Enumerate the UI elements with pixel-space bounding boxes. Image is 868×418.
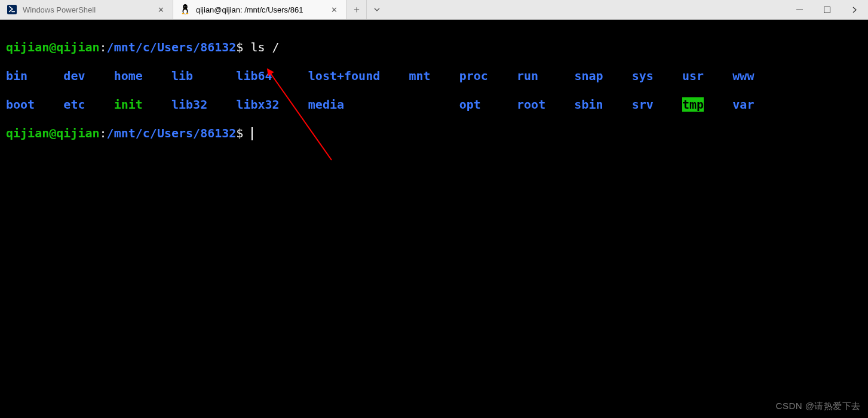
tab-bar: Windows PowerShell ✕ qijian@qijian: /mnt…	[0, 0, 868, 20]
maximize-button[interactable]	[813, 0, 841, 20]
new-tab-button[interactable]: ＋	[346, 0, 367, 20]
close-icon[interactable]: ✕	[156, 5, 165, 14]
tab-wsl[interactable]: qijian@qijian: /mnt/c/Users/861 ✕	[173, 0, 346, 19]
tab-powershell[interactable]: Windows PowerShell ✕	[0, 0, 173, 19]
svg-point-6	[186, 7, 186, 7]
svg-rect-9	[824, 7, 830, 13]
minimize-button[interactable]	[786, 0, 813, 20]
next-button[interactable]	[841, 0, 868, 20]
svg-point-7	[182, 13, 185, 14]
window-controls	[786, 0, 868, 19]
watermark: CSDN @请热爱下去	[776, 399, 861, 413]
tab-title: Windows PowerShell	[23, 5, 150, 14]
svg-point-8	[186, 13, 188, 14]
tux-icon	[180, 5, 190, 14]
tab-title: qijian@qijian: /mnt/c/Users/861	[196, 5, 323, 14]
close-icon[interactable]: ✕	[329, 5, 339, 14]
tab-actions: ＋	[346, 0, 387, 19]
tab-dropdown-button[interactable]	[367, 0, 387, 20]
powershell-icon	[7, 5, 17, 14]
terminal-output[interactable]: qijian@qijian:/mnt/c/Users/86132$ ls / b…	[0, 20, 868, 418]
svg-point-5	[184, 7, 185, 7]
